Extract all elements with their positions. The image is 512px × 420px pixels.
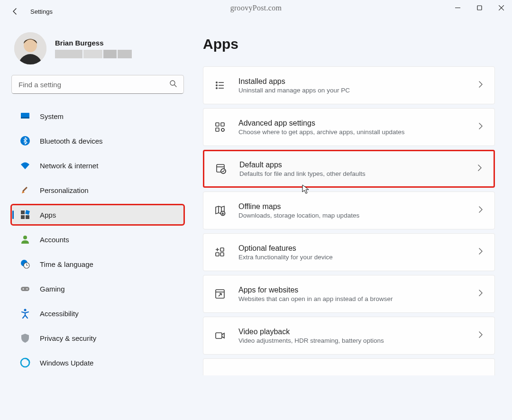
apps-icon	[20, 210, 30, 220]
sidebar: Brian Burgess System Bluetooth & devices…	[0, 23, 190, 420]
update-icon	[20, 357, 30, 368]
card-optional-features[interactable]: Optional featuresExtra functionality for…	[203, 233, 495, 271]
card-advanced-app-settings[interactable]: Advanced app settingsChoose where to get…	[203, 108, 495, 146]
watermark: groovyPost.com	[230, 4, 282, 12]
card-title: Advanced app settings	[238, 119, 465, 128]
bluetooth-icon	[20, 136, 30, 146]
chevron-right-icon	[477, 331, 484, 340]
card-offline-maps[interactable]: Offline mapsDownloads, storage location,…	[203, 192, 495, 229]
card-title: Apps for websites	[238, 286, 465, 294]
sidebar-item-update[interactable]: Windows Update	[11, 353, 184, 373]
gamepad-icon	[20, 283, 30, 294]
card-title: Optional features	[238, 244, 465, 253]
card-startup[interactable]	[203, 358, 495, 375]
wifi-icon	[20, 160, 30, 171]
card-desc: Websites that can open in an app instead…	[238, 295, 465, 302]
chevron-right-icon	[477, 248, 484, 256]
sidebar-item-time[interactable]: Time & language	[11, 254, 184, 274]
system-icon	[20, 111, 30, 121]
sidebar-item-privacy[interactable]: Privacy & security	[11, 328, 184, 348]
card-title: Installed apps	[238, 77, 465, 86]
app-check-icon	[215, 163, 227, 175]
main-panel: Apps Installed appsUninstall and manage …	[190, 23, 512, 420]
window-arrow-icon	[214, 288, 226, 300]
sidebar-item-accessibility[interactable]: Accessibility	[11, 303, 184, 323]
user-email-redacted	[55, 50, 132, 58]
svg-rect-10	[25, 210, 30, 215]
user-name: Brian Burgess	[55, 39, 132, 47]
search-box[interactable]	[11, 75, 184, 94]
svg-point-13	[23, 236, 27, 239]
sidebar-item-accounts[interactable]: Accounts	[11, 229, 184, 249]
svg-rect-16	[21, 287, 29, 291]
card-desc: Video adjustments, HDR streaming, batter…	[238, 337, 465, 344]
sidebar-item-bluetooth[interactable]: Bluetooth & devices	[11, 131, 184, 151]
search-icon	[169, 80, 177, 89]
card-installed-apps[interactable]: Installed appsUninstall and manage apps …	[203, 66, 495, 104]
card-desc: Extra functionality for your device	[238, 254, 465, 261]
person-icon	[20, 234, 30, 245]
nav-label: Bluetooth & devices	[40, 137, 103, 145]
svg-rect-37	[216, 333, 222, 338]
maximize-button[interactable]	[468, 0, 490, 15]
chevron-right-icon	[476, 164, 483, 173]
close-button[interactable]	[490, 0, 512, 15]
svg-point-19	[24, 309, 27, 311]
video-icon	[214, 329, 226, 342]
nav-label: Apps	[40, 211, 56, 219]
svg-rect-34	[220, 248, 224, 251]
accessibility-icon	[20, 308, 30, 319]
nav-list: System Bluetooth & devices Network & int…	[11, 106, 184, 373]
svg-rect-9	[21, 210, 25, 214]
card-title: Default apps	[239, 161, 464, 169]
clock-globe-icon	[20, 259, 30, 269]
chevron-right-icon	[477, 81, 484, 90]
svg-rect-11	[21, 215, 25, 219]
sidebar-item-apps[interactable]: Apps	[11, 205, 184, 225]
grid-gear-icon	[214, 121, 226, 133]
map-download-icon	[214, 204, 226, 217]
sidebar-item-system[interactable]: System	[11, 106, 184, 126]
svg-point-21	[216, 82, 217, 83]
svg-point-22	[216, 85, 217, 86]
chevron-right-icon	[477, 123, 484, 131]
nav-label: Gaming	[40, 285, 65, 293]
nav-label: Personalization	[40, 186, 89, 194]
nav-label: Time & language	[40, 260, 93, 268]
svg-rect-8	[22, 187, 27, 192]
grid-plus-icon	[214, 246, 226, 258]
list-icon	[214, 79, 226, 91]
startup-icon	[214, 367, 226, 375]
minimize-button[interactable]	[447, 0, 468, 15]
nav-label: Windows Update	[40, 359, 93, 367]
card-default-apps[interactable]: Default appsDefaults for file and link t…	[203, 150, 495, 188]
nav-label: System	[40, 112, 64, 120]
nav-label: Network & internet	[40, 162, 98, 170]
svg-point-18	[27, 288, 28, 290]
back-button[interactable]	[8, 4, 23, 19]
svg-rect-35	[220, 253, 224, 256]
sidebar-item-network[interactable]: Network & internet	[11, 155, 184, 175]
card-desc: Downloads, storage location, map updates	[238, 212, 465, 219]
chevron-right-icon	[477, 206, 484, 215]
sidebar-item-gaming[interactable]: Gaming	[11, 279, 184, 299]
svg-rect-33	[216, 253, 219, 256]
shield-icon	[20, 333, 30, 343]
svg-point-17	[23, 288, 24, 290]
card-apps-for-websites[interactable]: Apps for websitesWebsites that can open …	[203, 275, 495, 313]
search-input[interactable]	[18, 81, 169, 89]
svg-rect-26	[216, 128, 219, 131]
svg-rect-24	[216, 123, 219, 126]
card-title: Video playback	[238, 328, 465, 336]
nav-label: Accounts	[40, 236, 69, 244]
card-video-playback[interactable]: Video playbackVideo adjustments, HDR str…	[203, 317, 495, 355]
card-desc: Choose where to get apps, archive apps, …	[238, 128, 465, 136]
avatar	[14, 32, 46, 64]
svg-rect-12	[26, 215, 29, 219]
user-account[interactable]: Brian Burgess	[11, 32, 184, 64]
chevron-right-icon	[477, 290, 484, 298]
nav-label: Accessibility	[40, 310, 79, 318]
page-title: Apps	[203, 36, 495, 52]
sidebar-item-personalization[interactable]: Personalization	[11, 180, 184, 200]
nav-label: Privacy & security	[40, 334, 96, 342]
